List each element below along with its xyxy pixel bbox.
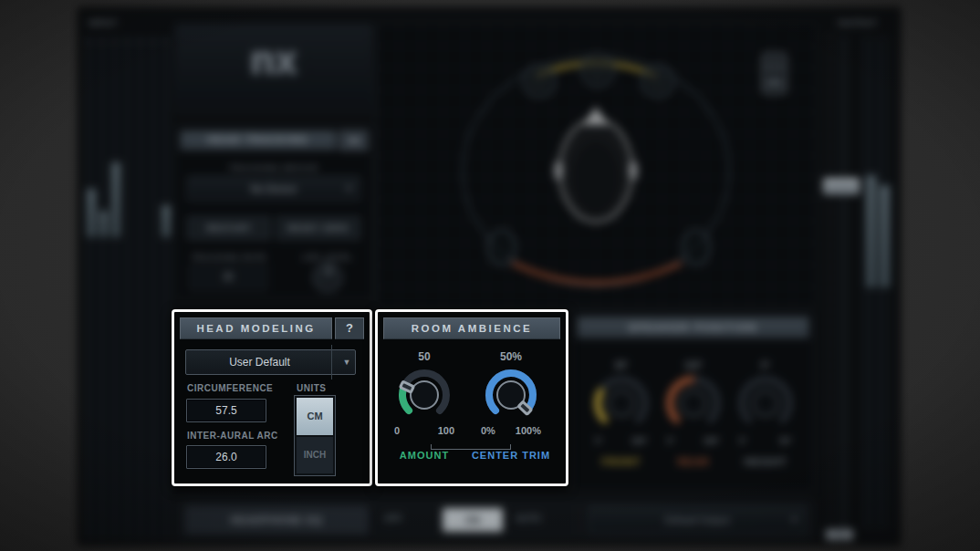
tracking-device-label: TRACKING DEVICE (176, 163, 371, 172)
unit-cm-button[interactable]: CM (297, 398, 333, 435)
rear-knob[interactable] (664, 374, 723, 432)
meter-column (162, 50, 171, 237)
room-ambience-title: ROOM AMBIENCE (383, 317, 560, 339)
head-preset-select[interactable]: User Default ▼ (185, 349, 356, 375)
meter-column (150, 50, 159, 237)
height-knob-label: HEIGHT (744, 456, 787, 467)
led-knob-pointer (328, 267, 330, 275)
input-meter-ticks (87, 40, 171, 43)
toggle-active-button[interactable]: ON (443, 508, 503, 532)
input-meter-bars (87, 50, 171, 237)
rear-knob-max: 180° (703, 436, 720, 445)
front-knob-group: 30° 0° 180° FRONT (585, 360, 658, 467)
speaker-rear-right (683, 230, 710, 265)
help-button[interactable]: ? (335, 317, 364, 339)
circumference-label: CIRCUMFERENCE (187, 383, 273, 393)
front-knob-min: 0° (595, 436, 603, 445)
chevron-down-icon: ▼ (331, 345, 355, 379)
tracking-rate-label: TRACKING RATE (178, 253, 280, 262)
front-knob[interactable] (592, 374, 651, 432)
logo-panel: nx (175, 24, 372, 112)
head-display-graphic (377, 25, 817, 307)
center-trim-label: CENTER TRIM (472, 450, 550, 461)
input-label: INPUT (89, 18, 134, 27)
circumference-field[interactable]: 57.5 (186, 399, 266, 422)
restart-button[interactable]: RESTART (187, 216, 271, 240)
output-fader-track (842, 36, 845, 529)
tracking-rate-value[interactable]: 30 (189, 265, 267, 290)
unit-inch-button[interactable]: INCH (297, 437, 333, 473)
toggle-right-label[interactable]: AUTO (516, 514, 541, 524)
led-level-knob[interactable] (313, 263, 342, 292)
units-label: UNITS (297, 383, 327, 393)
headphone-eq-button[interactable]: HEADPHONE EQ (185, 506, 368, 534)
front-knob-label: FRONT (602, 456, 641, 467)
output-fader-handle[interactable] (822, 177, 860, 195)
tracking-power-button[interactable]: ON (339, 130, 368, 151)
meter-column (111, 50, 120, 237)
amount-max: 100 (438, 425, 454, 436)
output-scale (826, 36, 835, 529)
head-display (376, 24, 816, 307)
rear-arc (514, 264, 680, 283)
amount-knob[interactable] (398, 369, 451, 421)
head-figure (554, 107, 638, 222)
room-ambience-panel: ROOM AMBIENCE 50 0 100 AMOUNT 50% (375, 309, 568, 486)
speaker-rear-left (488, 230, 516, 265)
height-knob-group: 0° 0° 90° HEIGHT (729, 360, 802, 467)
height-knob-min: 0° (739, 436, 747, 445)
camera-preview-icon[interactable] (763, 54, 786, 93)
chevron-down-icon: ▼ (345, 177, 353, 201)
meter-column (137, 50, 146, 237)
chevron-down-icon: ▼ (790, 507, 798, 533)
head-tracking-title: HEAD TRACKING (180, 130, 337, 151)
rear-knob-group: 110° 0° 180° REAR (657, 360, 730, 467)
speaker-position-panel: SPEAKER POSITION 30° 0° 180° FRONT 1 (572, 312, 814, 491)
front-knob-value: 30° (614, 360, 628, 370)
height-knob[interactable] (736, 374, 795, 432)
amount-label: AMOUNT (400, 450, 449, 461)
output-meters (864, 36, 891, 529)
center-trim-min: 0% (481, 425, 495, 436)
head-preset-value: User Default (229, 356, 290, 369)
knob-link-bracket (431, 444, 511, 450)
toggle-left-label[interactable]: OFF (384, 514, 402, 524)
rear-knob-min: 0° (667, 436, 675, 445)
bottom-bar-divider (578, 506, 579, 534)
output-meter-bars (866, 91, 890, 287)
center-trim-knob[interactable] (485, 369, 537, 421)
speaker-front-center (582, 55, 613, 86)
interaural-arc-label: INTER-AURAL ARC (187, 431, 278, 441)
rear-knob-label: REAR (677, 456, 709, 467)
units-switch: CM INCH (294, 395, 336, 476)
interaural-arc-field[interactable]: 26.0 (186, 445, 266, 469)
meter-column (866, 91, 876, 287)
input-meters (85, 36, 172, 540)
tracking-device-value: No Device (251, 183, 297, 194)
reset-zero-button[interactable]: RESET ZERO (276, 216, 360, 240)
height-knob-max: 90° (779, 436, 792, 445)
meter-column (87, 50, 96, 237)
tracking-device-select[interactable]: No Device ▼ (187, 176, 360, 202)
front-knob-max: 180° (631, 436, 648, 445)
speaker-front-right (642, 66, 673, 97)
nx-logo: nx (176, 37, 371, 83)
rear-knob-value: 110° (684, 360, 703, 370)
speaker-position-title: SPEAKER POSITION (577, 317, 809, 338)
amount-value: 50 (418, 350, 430, 363)
center-trim-max: 100% (516, 425, 541, 436)
head-tracking-panel: HEAD TRACKING ON TRACKING DEVICE No Devi… (175, 126, 372, 299)
center-trim-value: 50% (500, 350, 522, 363)
head-modeling-title: HEAD MODELING (180, 317, 332, 339)
meter-column (99, 50, 109, 237)
head-modeling-panel: HEAD MODELING ? User Default ▼ CIRCUMFER… (172, 309, 372, 486)
amount-min: 0 (394, 425, 400, 436)
output-select-value: Default Output (665, 515, 730, 525)
output-select[interactable]: Default Output ▼ (589, 506, 806, 534)
height-knob-value: 0° (761, 360, 770, 370)
speaker-front-left (524, 66, 555, 97)
bottom-bar: HEADPHONE EQ OFF ON AUTO Default Output … (175, 500, 814, 540)
meter-column (880, 91, 890, 287)
led-level-label: LED LEVEL (291, 253, 364, 262)
fader-handle-line (826, 186, 857, 188)
